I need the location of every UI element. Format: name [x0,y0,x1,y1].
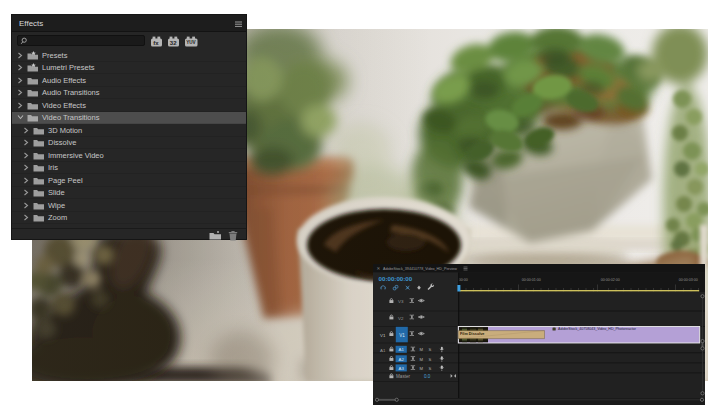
svg-text:Film Dissolve: Film Dissolve [460,332,484,336]
svg-text:M: M [419,366,423,371]
svg-text:00:00:01:00: 00:00:01:00 [522,278,541,282]
svg-text:00:00:03:00: 00:00:03:00 [679,278,698,282]
svg-text:✕: ✕ [377,266,381,271]
svg-text:00:00: 00:00 [459,278,468,282]
svg-text:00:00:00:00: 00:00:00:00 [379,275,413,282]
svg-text:A2: A2 [399,357,405,362]
svg-text:A1: A1 [399,347,405,352]
svg-text:32: 32 [170,40,177,46]
svg-text:YUV: YUV [186,40,196,45]
svg-text:0.0: 0.0 [424,374,431,379]
svg-text:S: S [429,347,432,352]
svg-text:00:00:02:00: 00:00:02:00 [601,278,620,282]
svg-text:Master: Master [396,374,411,379]
svg-text:A3: A3 [399,366,405,371]
svg-text:V1: V1 [380,333,386,338]
svg-text:V3: V3 [398,299,404,304]
svg-text:V2: V2 [398,316,404,321]
svg-text:fx: fx [153,40,159,46]
svg-text:S: S [429,357,432,362]
svg-text:M: M [419,357,423,362]
svg-text:AdobeStock_394410778_Video_HD_: AdobeStock_394410778_Video_HD_Preview [383,266,458,271]
svg-text:S: S [429,366,432,371]
svg-text:V1: V1 [399,333,405,338]
svg-text:M: M [419,347,423,352]
svg-text:A1: A1 [380,348,386,353]
svg-text:AdobeStock_40758043_Video_HD_P: AdobeStock_40758043_Video_HD_Photoreacto… [558,327,637,331]
